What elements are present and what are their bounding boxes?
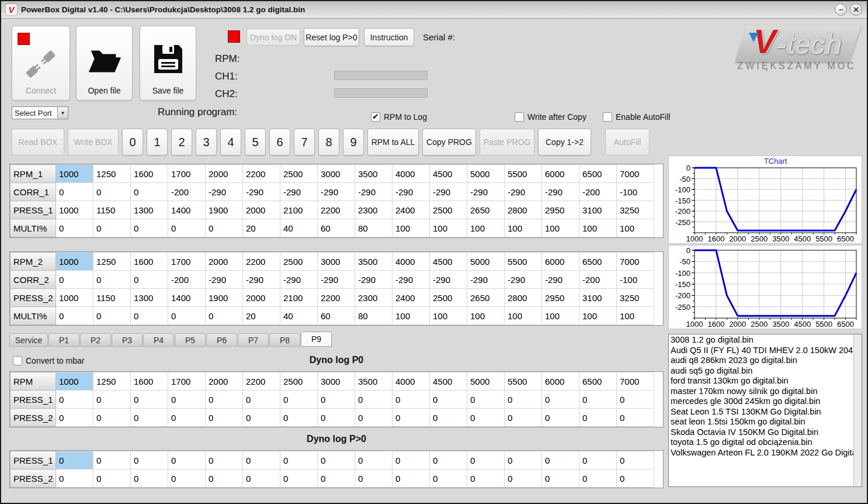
grid-cell[interactable]: 6500 (579, 372, 617, 391)
grid-cell[interactable]: 0 (542, 391, 579, 409)
tab-p6[interactable]: P6 (206, 333, 237, 347)
grid-cell[interactable]: 1000 (56, 165, 93, 183)
grid-cell[interactable]: 1300 (131, 201, 168, 219)
checkbox-box[interactable] (515, 112, 524, 122)
grid-cell[interactable]: 40 (280, 307, 318, 325)
grid-cell[interactable]: 0 (318, 409, 355, 427)
grid-cell[interactable]: 0 (93, 307, 131, 325)
grid-cell[interactable]: 0 (430, 391, 467, 409)
grid-cell[interactable]: 0 (93, 470, 131, 488)
grid-cell[interactable]: 0 (168, 451, 206, 470)
grid-cell[interactable]: -290 (318, 271, 355, 289)
grid-cell[interactable]: 0 (318, 451, 355, 470)
grid-cell[interactable]: 2200 (243, 165, 280, 183)
minimize-button[interactable]: − (835, 4, 847, 16)
autofill-button[interactable]: AutoFill (605, 129, 650, 156)
tab-p4[interactable]: P4 (143, 333, 174, 347)
grid-cell[interactable]: 2200 (318, 289, 355, 307)
grid-cell[interactable]: 2500 (280, 253, 318, 271)
grid-cell[interactable]: 0 (318, 470, 355, 488)
grid-cell[interactable]: 2100 (280, 289, 318, 307)
grid-cell[interactable]: 20 (243, 307, 280, 325)
grid-cell[interactable]: 2100 (280, 201, 318, 219)
read-box-button[interactable]: Read BOX (12, 129, 64, 156)
list-item[interactable]: audi sq5 go digital.bin (671, 366, 853, 377)
grid-cell[interactable]: 100 (393, 307, 430, 325)
program-digit-button-5[interactable]: 5 (245, 129, 266, 156)
select-port-dropdown[interactable]: Select Port ▼ (12, 106, 68, 119)
grid-cell[interactable]: 0 (579, 409, 617, 427)
grid-cell[interactable]: 2500 (430, 289, 467, 307)
grid-cell[interactable]: 0 (206, 451, 243, 470)
grid-cell[interactable]: 0 (56, 470, 93, 488)
grid-cell[interactable]: 2650 (467, 289, 505, 307)
enable-autofill-checkbox[interactable]: Enable AutoFill (603, 112, 670, 122)
grid-cell[interactable]: 0 (93, 219, 131, 237)
grid-cell[interactable]: -290 (393, 271, 430, 289)
grid-cell[interactable]: 80 (355, 307, 393, 325)
grid-cell[interactable]: 7000 (617, 372, 654, 391)
grid-cell[interactable]: -200 (579, 183, 617, 201)
grid-cell[interactable]: -290 (542, 183, 579, 201)
grid-cell[interactable]: 4000 (393, 372, 430, 391)
tab-service[interactable]: Service (9, 333, 48, 347)
grid-cell[interactable]: 2400 (393, 289, 430, 307)
grid-cell[interactable]: 3250 (617, 289, 654, 307)
grid-cell[interactable]: 100 (467, 219, 505, 237)
grid-cell[interactable]: 4500 (430, 372, 467, 391)
grid-cell[interactable]: -290 (243, 271, 280, 289)
tab-p7[interactable]: P7 (238, 333, 269, 347)
grid-cell[interactable]: -290 (355, 271, 393, 289)
grid-cell[interactable]: 1250 (93, 253, 131, 271)
grid-cell[interactable]: 100 (467, 307, 505, 325)
grid-cell[interactable]: 1000 (56, 201, 93, 219)
grid-cell[interactable]: 0 (617, 451, 654, 470)
grid-cell[interactable]: 0 (131, 219, 168, 237)
list-item[interactable]: Audi Q5 II (FY FL) 40 TDI MHEV 2.0 150kW… (671, 346, 853, 356)
grid-cell[interactable]: 0 (93, 271, 131, 289)
checkbox-box[interactable] (603, 112, 612, 122)
program-digit-button-3[interactable]: 3 (196, 129, 217, 156)
grid-cell[interactable]: -290 (430, 271, 467, 289)
grid-cell[interactable]: -290 (467, 183, 505, 201)
grid-cell[interactable]: 20 (243, 219, 280, 237)
grid-cell[interactable]: 0 (280, 470, 318, 488)
grid-cell[interactable]: 2200 (243, 253, 280, 271)
grid-cell[interactable]: 0 (393, 470, 430, 488)
grid-cell[interactable]: -200 (168, 271, 206, 289)
grid-cell[interactable]: -290 (318, 183, 355, 201)
grid-cell[interactable]: 0 (243, 391, 280, 409)
grid-cell[interactable]: 2300 (355, 201, 393, 219)
grid-cell[interactable]: 0 (93, 391, 131, 409)
grid-cell[interactable]: 0 (168, 307, 206, 325)
grid-cell[interactable]: 3000 (318, 165, 355, 183)
grid-cell[interactable]: 2000 (206, 372, 243, 391)
grid-cell[interactable]: 0 (56, 183, 93, 201)
grid-cell[interactable]: 0 (131, 391, 168, 409)
grid-cell[interactable]: 5000 (467, 372, 505, 391)
grid-cell[interactable]: -290 (280, 271, 318, 289)
file-list-scrollbar[interactable] (853, 334, 862, 486)
grid-cell[interactable]: 0 (467, 451, 505, 470)
grid-cell[interactable]: 1000 (56, 372, 93, 391)
grid-cell[interactable]: 100 (430, 307, 467, 325)
grid-cell[interactable]: 0 (393, 451, 430, 470)
grid-cell[interactable]: 0 (430, 409, 467, 427)
grid-cell[interactable]: 2200 (243, 372, 280, 391)
grid-cell[interactable]: 0 (206, 409, 243, 427)
grid-cell[interactable]: 0 (56, 219, 93, 237)
grid-cell[interactable]: 4000 (393, 253, 430, 271)
grid-cell[interactable]: 2500 (280, 165, 318, 183)
grid-cell[interactable]: 0 (430, 470, 467, 488)
program-digit-button-8[interactable]: 8 (318, 129, 339, 156)
grid-cell[interactable]: 0 (579, 391, 617, 409)
grid-cell[interactable]: 0 (131, 307, 168, 325)
grid-cell[interactable]: 0 (505, 470, 542, 488)
grid-cell[interactable]: 1000 (56, 289, 93, 307)
reset-log-button[interactable]: Reset log P>0 (304, 28, 359, 46)
grid-cell[interactable]: -290 (206, 271, 243, 289)
grid-cell[interactable]: 60 (318, 219, 355, 237)
grid-cell[interactable]: 5500 (505, 372, 542, 391)
grid-cell[interactable]: 100 (542, 219, 579, 237)
grid-cell[interactable]: 1600 (131, 253, 168, 271)
